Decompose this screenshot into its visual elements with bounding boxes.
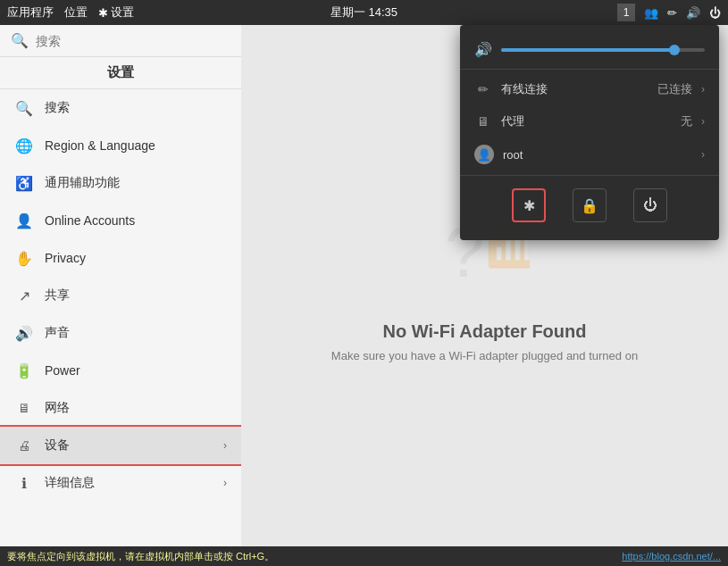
sidebar-item-online-accounts[interactable]: 👤 Online Accounts: [0, 202, 241, 239]
tray-user-label: root: [503, 148, 692, 162]
proxy-icon: 🖥: [474, 112, 492, 130]
gear-icon: ✱: [523, 197, 535, 214]
sidebar-item-devices[interactable]: 🖨 设备 ›: [0, 427, 241, 464]
devices-icon: 🖨: [14, 436, 34, 455]
statusbar-link[interactable]: https://blog.csdn.net/...: [622, 551, 721, 562]
search-icon: 🔍: [14, 98, 34, 118]
places-menu-button[interactable]: 位置: [64, 4, 88, 21]
sidebar-item-search[interactable]: 🔍 搜索: [0, 89, 241, 127]
tray-divider-2: [460, 175, 719, 176]
sidebar-search-bar[interactable]: 🔍: [0, 25, 241, 57]
sidebar-item-privacy[interactable]: ✋ Privacy: [0, 239, 241, 277]
sidebar-item-label: Online Accounts: [45, 213, 227, 228]
globe-icon: 🌐: [14, 136, 34, 155]
users-icon: 👥: [644, 6, 658, 20]
sidebar-item-label: 设备: [45, 437, 213, 454]
taskbar: 应用程序 位置 ✱ 设置 星期一 14:35 1 👥 ✏ 🔊 ⏻: [0, 0, 728, 25]
settings-icon: ✱: [98, 6, 108, 20]
battery-icon: 🔋: [14, 361, 34, 380]
tray-network-status: 已连接: [657, 81, 692, 97]
chevron-right-icon: ›: [701, 148, 705, 161]
tray-bottom-actions: ✱ 🔒 ⏻: [460, 179, 719, 231]
taskbar-left: 应用程序 位置 ✱ 设置: [7, 4, 134, 21]
sidebar-item-label: 搜索: [45, 100, 227, 116]
volume-row[interactable]: 🔊: [460, 34, 719, 65]
settings-menu-button[interactable]: ✱ 设置: [98, 4, 134, 21]
accessibility-icon: ♿: [14, 173, 34, 193]
tray-proxy-value: 无: [681, 113, 692, 129]
sidebar-item-share[interactable]: ↗ 共享: [0, 277, 241, 314]
chevron-right-icon: ›: [701, 83, 705, 96]
taskbar-right: 1 👥 ✏ 🔊 ⏻: [617, 4, 721, 21]
volume-slider[interactable]: [501, 48, 705, 52]
sidebar-item-accessibility[interactable]: ♿ 通用辅助功能: [0, 164, 241, 202]
sidebar-item-label: Power: [45, 363, 227, 378]
sidebar-title: 设置: [0, 57, 241, 89]
search-input[interactable]: [36, 34, 230, 48]
share-icon: ↗: [14, 286, 34, 305]
taskbar-clock: 星期一 14:35: [331, 4, 397, 21]
sidebar-item-label: Region & Language: [45, 138, 227, 153]
sidebar-item-sound[interactable]: 🔊 声音: [0, 314, 241, 352]
sidebar: 🔍 设置 🔍 搜索 🌐 Region & Language ♿ 通用辅助功能 👤…: [0, 25, 241, 546]
network-wired-icon: ✏: [474, 80, 492, 98]
no-wifi-subtitle: Make sure you have a Wi-Fi adapter plugg…: [331, 349, 638, 362]
workspace-indicator[interactable]: 1: [617, 4, 635, 21]
user-avatar: 👤: [474, 145, 494, 164]
statusbar-hint: 要将焦点定向到该虚拟机，请在虚拟机内部单击或按 Ctrl+G。: [7, 550, 274, 563]
power-icon: ⏻: [643, 197, 657, 213]
chevron-right-icon: ›: [223, 477, 227, 489]
tray-proxy-label: 代理: [501, 113, 672, 129]
volume-knob: [669, 45, 680, 55]
tray-popup: 🔊 ✏ 有线连接 已连接 › 🖥 代理 无 › 👤 root › ✱ 🔒: [460, 25, 719, 240]
sidebar-item-label: 共享: [45, 287, 227, 304]
statusbar: 要将焦点定向到该虚拟机，请在虚拟机内部单击或按 Ctrl+G。 https://…: [0, 546, 728, 566]
sidebar-item-network[interactable]: 🖥 网络: [0, 389, 241, 427]
tray-lock-button[interactable]: 🔒: [573, 188, 607, 222]
no-wifi-title: No Wi-Fi Adapter Found: [383, 321, 587, 342]
sidebar-item-label: 详细信息: [45, 475, 213, 491]
sidebar-item-label: 声音: [45, 325, 227, 341]
lock-icon: 🔒: [581, 197, 598, 214]
info-icon: ℹ: [14, 473, 34, 493]
search-icon: 🔍: [11, 32, 29, 49]
tray-proxy-row[interactable]: 🖥 代理 无 ›: [460, 105, 719, 137]
chevron-right-icon: ›: [701, 115, 705, 128]
sidebar-item-label: 通用辅助功能: [45, 175, 227, 191]
network-icon: 🖥: [14, 398, 34, 418]
tray-network-label: 有线连接: [501, 81, 649, 97]
power-icon[interactable]: ⏻: [709, 6, 721, 20]
volume-speaker-icon: 🔊: [474, 41, 492, 58]
tray-divider: [460, 69, 719, 70]
tray-user-row[interactable]: 👤 root ›: [460, 137, 719, 171]
sound-icon: 🔊: [14, 323, 34, 343]
volume-fill: [501, 48, 674, 52]
tray-settings-button[interactable]: ✱: [512, 188, 546, 222]
sidebar-item-label: Privacy: [45, 251, 227, 265]
pen-icon: ✏: [667, 6, 677, 20]
tray-power-button[interactable]: ⏻: [633, 188, 667, 222]
hand-icon: ✋: [14, 248, 34, 268]
person-icon: 👤: [14, 211, 34, 230]
sidebar-item-info[interactable]: ℹ 详细信息 ›: [0, 464, 241, 502]
sidebar-item-label: 网络: [45, 400, 227, 416]
sidebar-item-region[interactable]: 🌐 Region & Language: [0, 127, 241, 164]
chevron-right-icon: ›: [223, 439, 227, 452]
tray-network-row[interactable]: ✏ 有线连接 已连接 ›: [460, 73, 719, 105]
sidebar-item-power[interactable]: 🔋 Power: [0, 352, 241, 389]
app-menu-button[interactable]: 应用程序: [7, 4, 54, 21]
volume-icon[interactable]: 🔊: [686, 6, 700, 20]
